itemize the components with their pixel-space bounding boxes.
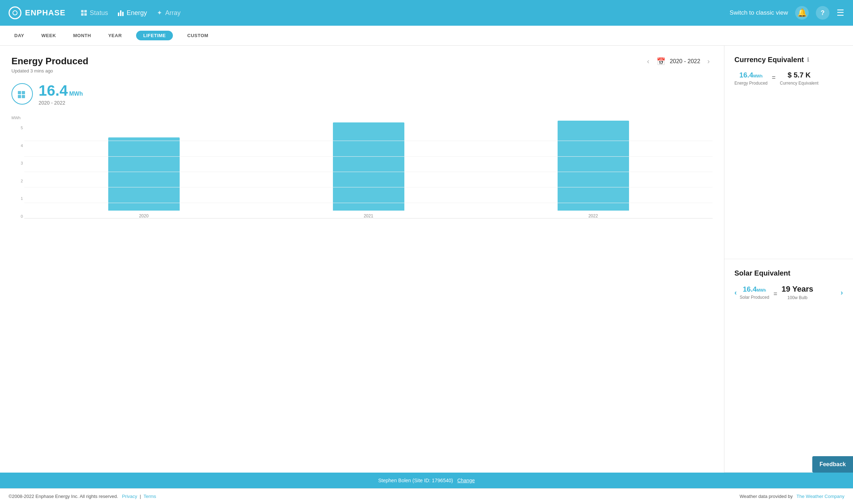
nav-status-label: Status — [90, 9, 108, 17]
next-date-button[interactable]: › — [704, 56, 713, 67]
y-axis: 0 1 2 3 4 5 — [11, 126, 24, 226]
footer-user-text: Stephen Bolen (Site ID: 1796540) — [378, 478, 453, 483]
tab-lifetime[interactable]: LIFETIME — [136, 31, 173, 40]
solar-next-button[interactable]: › — [840, 288, 843, 297]
right-panel: Currency Equivalent ℹ 16.4MWh Energy Pro… — [724, 46, 853, 473]
currency-energy-label: Energy Produced — [734, 81, 768, 86]
currency-equals: = — [772, 74, 776, 81]
nav-status[interactable]: Status — [81, 9, 108, 17]
bell-icon: 🔔 — [797, 8, 807, 17]
energy-period: 2020 - 2022 — [39, 100, 83, 106]
notification-button[interactable]: 🔔 — [795, 6, 809, 20]
solar-unit: MWh — [757, 288, 766, 292]
footer-change-link[interactable]: Change — [457, 478, 475, 483]
grid-lines — [24, 126, 713, 218]
solar-title-text: Solar Equivalent — [734, 269, 790, 277]
date-nav: ‹ 📅 2020 - 2022 › — [644, 56, 713, 67]
solar-number: 16.4 — [743, 285, 757, 293]
weather-company-link[interactable]: The Weather Company — [797, 494, 844, 499]
currency-section: Currency Equivalent ℹ 16.4MWh Energy Pro… — [724, 46, 853, 259]
logo-inner — [13, 10, 18, 15]
switch-classic-button[interactable]: Switch to classic view — [730, 9, 788, 16]
energy-value: 16.4 MWh — [39, 82, 83, 99]
main-content: Energy Produced Updated 3 mins ago ‹ 📅 2… — [0, 46, 853, 473]
weather-text: Weather data provided by — [740, 494, 793, 499]
solar-equals: = — [773, 290, 777, 298]
chart-bars-area: 2020 2021 2022 — [24, 126, 713, 226]
solar-energy-value: 16.4MWh Solar Produced — [740, 285, 769, 300]
panel-header: Energy Produced Updated 3 mins ago ‹ 📅 2… — [11, 56, 713, 74]
info-icon[interactable]: ℹ — [807, 56, 809, 63]
copyright-text: ©2008-2022 Enphase Energy Inc. All right… — [9, 494, 118, 499]
solar-title: Solar Equivalent — [734, 269, 843, 277]
currency-energy-value: 16.4MWh Energy Produced — [734, 71, 768, 86]
svg-rect-0 — [18, 91, 21, 94]
currency-energy-number: 16.4 — [739, 71, 753, 79]
tab-month[interactable]: MONTH — [70, 31, 94, 40]
energy-value-group: 16.4 MWh 2020 - 2022 — [39, 82, 83, 106]
copyright-section: ©2008-2022 Enphase Energy Inc. All right… — [9, 494, 156, 499]
date-range-display: 2020 - 2022 — [670, 58, 700, 65]
prev-date-button[interactable]: ‹ — [644, 56, 652, 67]
solar-prev-button[interactable]: ‹ — [734, 288, 737, 297]
feedback-button[interactable]: Feedback — [812, 456, 853, 473]
svg-rect-1 — [22, 91, 25, 94]
currency-energy-unit: MWh — [753, 74, 763, 78]
currency-result-number: $ 5.7 K — [780, 71, 818, 79]
y-label-0: 0 — [11, 214, 24, 218]
energy-number: 16.4 — [39, 82, 68, 99]
solar-nav: ‹ 16.4MWh Solar Produced = 19 Years 100w… — [734, 284, 843, 300]
solar-number-group: 16.4MWh — [740, 285, 769, 293]
period-tabs: DAY WEEK MONTH YEAR LIFETIME CUSTOM — [0, 26, 853, 46]
tab-year[interactable]: YEAR — [105, 31, 125, 40]
grid-icon — [81, 10, 87, 16]
currency-equiv-row: 16.4MWh Energy Produced = $ 5.7 K Curren… — [734, 71, 843, 86]
header-right: Switch to classic view 🔔 ? ☰ — [730, 6, 844, 20]
privacy-link[interactable]: Privacy — [122, 494, 137, 499]
energy-panel: Energy Produced Updated 3 mins ago ‹ 📅 2… — [0, 46, 724, 473]
nav-array-label: Array — [165, 9, 180, 17]
logo: ENPHASE — [9, 6, 65, 19]
energy-summary: 16.4 MWh 2020 - 2022 — [11, 82, 713, 106]
solar-label: Solar Produced — [740, 295, 769, 300]
y-label-4: 4 — [11, 143, 24, 148]
question-icon: ? — [821, 9, 825, 17]
main-nav: Status Energy ✦ Array — [81, 9, 721, 17]
chart-y-label: MWh — [11, 116, 21, 120]
calendar-icon: 📅 — [657, 57, 665, 66]
main-header: ENPHASE Status Energy ✦ Array Switch to … — [0, 0, 853, 26]
enphase-circle-icon — [11, 83, 33, 105]
y-label-2: 2 — [11, 179, 24, 183]
svg-rect-2 — [18, 95, 21, 98]
currency-result-label: Currency Equivalent — [780, 81, 818, 86]
logo-text: ENPHASE — [25, 8, 65, 17]
svg-rect-3 — [22, 95, 25, 98]
weather-section: Weather data provided by The Weather Com… — [740, 494, 844, 499]
tab-day[interactable]: DAY — [11, 31, 27, 40]
panel-subtitle: Updated 3 mins ago — [11, 68, 88, 74]
solar-section: Solar Equivalent ‹ 16.4MWh Solar Produce… — [724, 259, 853, 473]
hamburger-icon: ☰ — [837, 8, 844, 17]
y-label-1: 1 — [11, 196, 24, 201]
currency-title: Currency Equivalent ℹ — [734, 56, 843, 64]
bottom-footer: ©2008-2022 Enphase Energy Inc. All right… — [0, 488, 853, 504]
solar-result-label: 100w Bulb — [782, 295, 813, 300]
tab-custom[interactable]: CUSTOM — [184, 31, 211, 40]
nav-energy-label: Energy — [126, 9, 147, 17]
currency-energy-number-group: 16.4MWh — [734, 71, 768, 79]
menu-button[interactable]: ☰ — [837, 8, 844, 18]
help-button[interactable]: ? — [816, 6, 829, 20]
currency-result: $ 5.7 K Currency Equivalent — [780, 71, 818, 86]
footer-bar: Stephen Bolen (Site ID: 1796540) Change — [0, 473, 853, 488]
array-icon: ✦ — [157, 9, 162, 17]
panel-title-group: Energy Produced Updated 3 mins ago — [11, 56, 88, 74]
solar-result-value: 19 Years — [782, 284, 813, 294]
nav-energy[interactable]: Energy — [118, 9, 147, 17]
nav-array[interactable]: ✦ Array — [157, 9, 180, 17]
logo-icon — [9, 6, 21, 19]
y-label-3: 3 — [11, 161, 24, 165]
panel-title: Energy Produced — [11, 56, 88, 67]
solar-result: 19 Years 100w Bulb — [782, 284, 813, 300]
tab-week[interactable]: WEEK — [39, 31, 59, 40]
terms-link[interactable]: Terms — [144, 494, 156, 499]
